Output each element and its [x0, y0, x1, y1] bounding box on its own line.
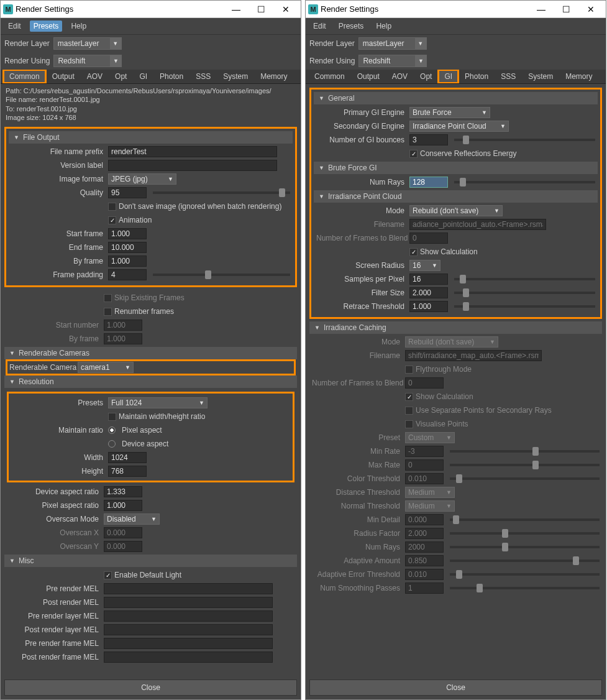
- maximize-button[interactable]: ☐: [249, 4, 273, 14]
- tab-aov[interactable]: AOV: [81, 70, 109, 83]
- primary-gi-select[interactable]: Brute Force▼: [409, 107, 490, 118]
- device-aspect-ratio-input[interactable]: [104, 486, 142, 497]
- render-using-select[interactable]: Redshift▼: [358, 55, 427, 67]
- ipc-mode-select[interactable]: Rebuild (don't save)▼: [409, 205, 503, 216]
- tab-aov[interactable]: AOV: [386, 70, 414, 83]
- post-render-mel-input[interactable]: [104, 597, 273, 608]
- gi-bounces-slider[interactable]: [454, 139, 595, 141]
- menu-edit[interactable]: Edit: [309, 21, 330, 32]
- tab-output[interactable]: Output: [351, 70, 386, 83]
- tab-gi[interactable]: GI: [133, 70, 153, 83]
- menu-presets[interactable]: Presets: [335, 21, 368, 32]
- conserve-reflections-checkbox[interactable]: ✓: [409, 150, 418, 158]
- maintain-ratio-checkbox[interactable]: [108, 413, 116, 421]
- pixel-aspect-radio[interactable]: [108, 426, 116, 434]
- post-render-layer-mel-input[interactable]: [104, 624, 273, 635]
- menu-help[interactable]: Help: [67, 21, 90, 32]
- tab-photon[interactable]: Photon: [153, 70, 189, 83]
- frame-padding-slider[interactable]: [153, 274, 290, 276]
- render-layer-label: Render Layer: [4, 39, 50, 48]
- general-header[interactable]: ▼General: [314, 92, 598, 104]
- ipc-header[interactable]: ▼Irradiance Point Cloud: [314, 190, 598, 203]
- renderable-cameras-header[interactable]: ▼Renderable Cameras: [4, 347, 297, 359]
- filter-size-input[interactable]: [409, 287, 448, 298]
- renderable-camera-highlight: Renderable Camera camera1▼: [7, 361, 294, 374]
- tab-system[interactable]: System: [217, 70, 254, 83]
- render-using-label: Render Using: [4, 57, 50, 65]
- screen-radius-select[interactable]: 16▼: [409, 260, 440, 271]
- render-layer-select[interactable]: masterLayer▼: [358, 37, 427, 50]
- menu-presets[interactable]: Presets: [30, 21, 63, 32]
- tab-output[interactable]: Output: [46, 70, 81, 83]
- renumber-checkbox[interactable]: [104, 308, 112, 316]
- tab-photon[interactable]: Photon: [459, 70, 495, 83]
- end-frame-input[interactable]: [108, 242, 147, 253]
- by-frame-input[interactable]: [108, 256, 147, 267]
- overscan-mode-select[interactable]: Disabled▼: [104, 513, 160, 525]
- samples-per-pixel-input[interactable]: [409, 274, 448, 285]
- tab-system[interactable]: System: [522, 70, 559, 83]
- ic-header[interactable]: ▼Irradiance Caching: [309, 321, 602, 334]
- retrace-slider[interactable]: [454, 305, 595, 308]
- version-label-input[interactable]: [108, 160, 277, 171]
- tab-memory[interactable]: Memory: [559, 70, 598, 83]
- tab-common[interactable]: Common: [308, 70, 351, 83]
- menu-help[interactable]: Help: [372, 21, 395, 32]
- tab-sss[interactable]: SSS: [495, 70, 522, 83]
- dontsave-checkbox[interactable]: [108, 203, 116, 211]
- image-format-select[interactable]: JPEG (jpg)▼: [108, 173, 176, 185]
- minimize-button[interactable]: —: [529, 4, 554, 14]
- min-rate-input: [405, 446, 444, 457]
- render-layer-select[interactable]: masterLayer▼: [53, 37, 122, 50]
- adaptive-amount-input: [405, 555, 444, 566]
- num-rays-slider[interactable]: [454, 181, 595, 183]
- filter-size-slider[interactable]: [454, 292, 595, 294]
- retrace-threshold-input[interactable]: [409, 301, 448, 312]
- animation-checkbox[interactable]: ✓: [108, 216, 116, 224]
- ic-mode-select: Rebuild (don't save)▼: [405, 336, 498, 348]
- pixel-aspect-ratio-input[interactable]: [104, 500, 142, 511]
- window-title: Render Settings: [321, 4, 529, 14]
- pre-render-layer-mel-input[interactable]: [104, 610, 273, 622]
- frame-padding-input[interactable]: [108, 269, 147, 280]
- show-calculation-checkbox[interactable]: ✓: [409, 248, 418, 256]
- tab-opt[interactable]: Opt: [109, 70, 133, 83]
- pre-render-frame-mel-input[interactable]: [104, 638, 273, 649]
- renderable-camera-select[interactable]: camera1▼: [78, 362, 134, 373]
- distance-threshold-select: Medium▼: [405, 487, 455, 498]
- close-button[interactable]: Close: [4, 679, 297, 696]
- quality-slider[interactable]: [153, 191, 290, 194]
- maximize-button[interactable]: ☐: [554, 4, 578, 14]
- enable-default-light-checkbox[interactable]: ✓: [104, 571, 112, 579]
- resolution-header[interactable]: ▼Resolution: [4, 375, 297, 388]
- tab-gi[interactable]: GI: [438, 70, 459, 83]
- close-window-button[interactable]: ✕: [578, 4, 603, 14]
- tab-memory[interactable]: Memory: [254, 70, 293, 83]
- width-input[interactable]: [108, 452, 147, 463]
- spp-slider[interactable]: [454, 278, 595, 280]
- pre-render-mel-input[interactable]: [104, 583, 273, 594]
- device-aspect-radio[interactable]: [108, 440, 116, 448]
- visualise-points-checkbox: [405, 420, 413, 428]
- skip-existing-checkbox[interactable]: [104, 294, 112, 302]
- menu-edit[interactable]: Edit: [4, 21, 25, 32]
- tab-opt[interactable]: Opt: [414, 70, 438, 83]
- quality-input[interactable]: [108, 187, 147, 198]
- post-render-frame-mel-input[interactable]: [104, 652, 273, 663]
- close-window-button[interactable]: ✕: [273, 4, 298, 14]
- file-name-prefix-input[interactable]: [108, 146, 277, 157]
- secondary-gi-select[interactable]: Irradiance Point Cloud▼: [409, 121, 509, 132]
- misc-header[interactable]: ▼Misc: [4, 555, 297, 567]
- brute-force-header[interactable]: ▼Brute Force GI: [314, 162, 598, 174]
- minimize-button[interactable]: —: [224, 4, 249, 14]
- resolution-presets-select[interactable]: Full 1024▼: [108, 397, 208, 408]
- gi-bounces-input[interactable]: [409, 134, 448, 145]
- tab-sss[interactable]: SSS: [189, 70, 217, 83]
- file-output-header[interactable]: ▼File Output: [9, 131, 293, 144]
- render-using-select[interactable]: Redshift▼: [53, 55, 122, 67]
- close-button[interactable]: Close: [309, 679, 602, 696]
- start-frame-input[interactable]: [108, 228, 147, 239]
- tab-common[interactable]: Common: [3, 70, 46, 83]
- num-rays-input[interactable]: [409, 177, 448, 188]
- height-input[interactable]: [108, 466, 147, 477]
